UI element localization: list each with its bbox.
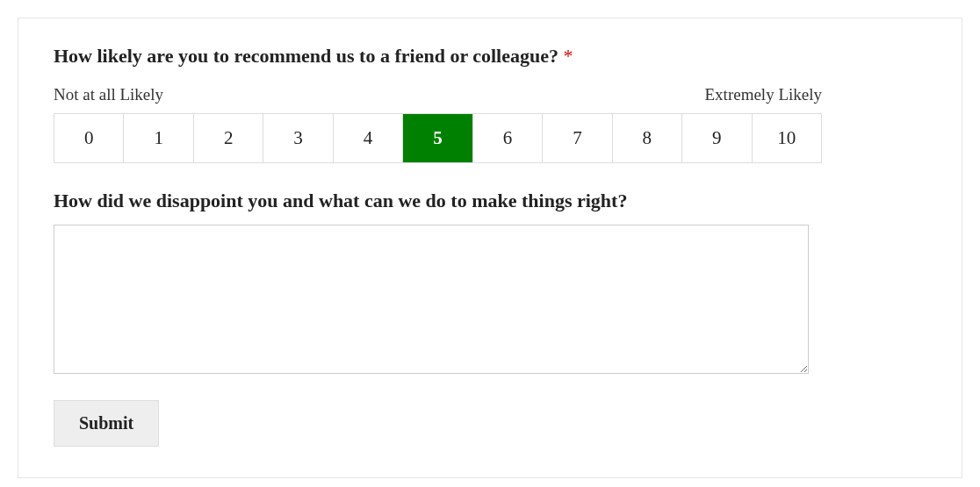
scale-option-9[interactable]: 9 [682, 114, 752, 162]
scale-low-label: Not at all Likely [54, 85, 163, 104]
submit-button[interactable]: Submit [54, 400, 159, 447]
followup-question-label: How did we disappoint you and what can w… [54, 190, 926, 212]
scale-option-10[interactable]: 10 [753, 114, 821, 162]
scale-option-6[interactable]: 6 [473, 114, 543, 162]
question-text: How likely are you to recommend us to a … [54, 45, 558, 67]
scale-high-label: Extremely Likely [705, 85, 822, 104]
scale-option-1[interactable]: 1 [124, 114, 193, 162]
scale-anchor-labels: Not at all Likely Extremely Likely [54, 85, 822, 104]
scale-option-2[interactable]: 2 [194, 114, 263, 162]
scale-option-7[interactable]: 7 [543, 114, 612, 162]
scale-option-0[interactable]: 0 [54, 114, 124, 162]
scale-option-5[interactable]: 5 [403, 114, 472, 162]
nps-question-label: How likely are you to recommend us to a … [54, 45, 926, 68]
scale-option-3[interactable]: 3 [263, 114, 333, 162]
followup-textarea[interactable] [54, 225, 809, 374]
scale-option-4[interactable]: 4 [334, 114, 403, 162]
nps-scale: 012345678910 [54, 113, 822, 163]
survey-form: How likely are you to recommend us to a … [18, 18, 962, 478]
required-asterisk: * [564, 45, 573, 67]
scale-option-8[interactable]: 8 [613, 114, 682, 162]
